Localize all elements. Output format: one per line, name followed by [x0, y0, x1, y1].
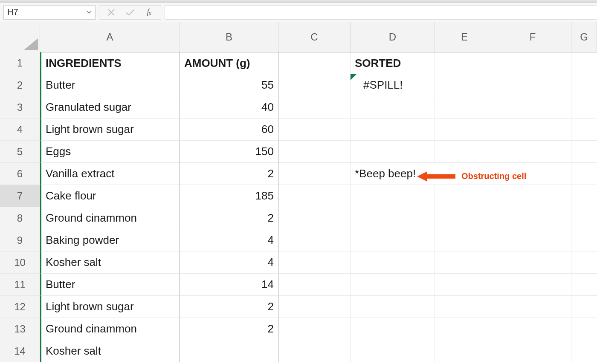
cell-D14[interactable]: [351, 340, 435, 362]
cell-G4[interactable]: [571, 118, 597, 141]
cell-A11[interactable]: Butter: [40, 274, 180, 296]
cell-B8[interactable]: 2: [180, 207, 278, 229]
column-header-D[interactable]: D: [351, 22, 435, 52]
cell-E3[interactable]: [435, 96, 494, 118]
insert-function-icon[interactable]: fx: [139, 8, 158, 17]
cell-A7[interactable]: Cake flour: [40, 185, 180, 207]
cell-A9[interactable]: Baking powder: [40, 229, 180, 251]
cell-C7[interactable]: [278, 185, 351, 207]
cell-G2[interactable]: [571, 74, 597, 96]
cells-area[interactable]: INGREDIENTS AMOUNT (g) SORTED Butter 55 …: [40, 52, 597, 364]
cell-C4[interactable]: [278, 118, 351, 141]
cell-B5[interactable]: 150: [180, 141, 278, 163]
cell-G8[interactable]: [571, 207, 597, 229]
cell-F9[interactable]: [494, 229, 571, 251]
cell-D13[interactable]: [351, 318, 435, 340]
cell-G14[interactable]: [571, 340, 597, 362]
cell-F13[interactable]: [494, 318, 571, 340]
cell-B1[interactable]: AMOUNT (g): [180, 52, 278, 74]
cell-F7[interactable]: [494, 185, 571, 207]
cell-D2[interactable]: #SPILL!: [351, 74, 435, 96]
cell-D6[interactable]: *Beep beep!: [351, 163, 435, 185]
cell-F14[interactable]: [494, 340, 571, 362]
cell-D1[interactable]: SORTED: [351, 52, 435, 74]
cell-E4[interactable]: [435, 118, 494, 141]
cell-G7[interactable]: [571, 185, 597, 207]
column-header-F[interactable]: F: [494, 22, 571, 52]
cell-G5[interactable]: [571, 141, 597, 163]
select-all-corner[interactable]: [0, 22, 40, 52]
cell-F10[interactable]: [494, 251, 571, 274]
cell-B9[interactable]: 4: [180, 229, 278, 251]
cell-E10[interactable]: [435, 251, 494, 274]
cell-C3[interactable]: [278, 96, 351, 118]
cell-D3[interactable]: [351, 96, 435, 118]
row-header-6[interactable]: 6: [0, 163, 40, 185]
cell-D4[interactable]: [351, 118, 435, 141]
cell-B2[interactable]: 55: [180, 74, 278, 96]
cell-C6[interactable]: [278, 163, 351, 185]
cell-A14[interactable]: Kosher salt: [40, 340, 180, 362]
cell-G13[interactable]: [571, 318, 597, 340]
cell-A6[interactable]: Vanilla extract: [40, 163, 180, 185]
cell-E14[interactable]: [435, 340, 494, 362]
cell-F6[interactable]: [494, 163, 571, 185]
name-box[interactable]: H7: [3, 5, 96, 20]
cell-E1[interactable]: [435, 52, 494, 74]
cell-B4[interactable]: 60: [180, 118, 278, 141]
cell-F4[interactable]: [494, 118, 571, 141]
cell-B12[interactable]: 2: [180, 296, 278, 318]
row-header-8[interactable]: 8: [0, 207, 40, 229]
cell-D10[interactable]: [351, 251, 435, 274]
cell-B10[interactable]: 4: [180, 251, 278, 274]
row-header-4[interactable]: 4: [0, 118, 40, 141]
cell-A3[interactable]: Granulated sugar: [40, 96, 180, 118]
row-header-11[interactable]: 11: [0, 274, 40, 296]
row-header-14[interactable]: 14: [0, 340, 40, 362]
row-header-9[interactable]: 9: [0, 229, 40, 251]
cell-A13[interactable]: Ground cinammon: [40, 318, 180, 340]
column-header-A[interactable]: A: [40, 22, 180, 52]
cell-D5[interactable]: [351, 141, 435, 163]
cell-B3[interactable]: 40: [180, 96, 278, 118]
cell-G1[interactable]: [571, 52, 597, 74]
chevron-down-icon[interactable]: [87, 10, 92, 15]
cell-G10[interactable]: [571, 251, 597, 274]
spreadsheet-grid[interactable]: A B C D E F G 1 2 3 4 5 6 7 8 9 10 11 12…: [0, 22, 597, 364]
cell-C8[interactable]: [278, 207, 351, 229]
cell-E13[interactable]: [435, 318, 494, 340]
cell-C13[interactable]: [278, 318, 351, 340]
cell-A2[interactable]: Butter: [40, 74, 180, 96]
cell-D8[interactable]: [351, 207, 435, 229]
cell-D12[interactable]: [351, 296, 435, 318]
formula-input[interactable]: [165, 6, 597, 19]
cell-E8[interactable]: [435, 207, 494, 229]
cell-F5[interactable]: [494, 141, 571, 163]
row-header-2[interactable]: 2: [0, 74, 40, 96]
cell-A10[interactable]: Kosher salt: [40, 251, 180, 274]
cell-F11[interactable]: [494, 274, 571, 296]
cell-C2[interactable]: [278, 74, 351, 96]
cell-G11[interactable]: [571, 274, 597, 296]
column-header-C[interactable]: C: [278, 22, 351, 52]
cell-B11[interactable]: 14: [180, 274, 278, 296]
cell-E2[interactable]: [435, 74, 494, 96]
cell-F2[interactable]: [494, 74, 571, 96]
cell-E5[interactable]: [435, 141, 494, 163]
cell-F1[interactable]: [494, 52, 571, 74]
cell-A4[interactable]: Light brown sugar: [40, 118, 180, 141]
cell-G9[interactable]: [571, 229, 597, 251]
cell-A8[interactable]: Ground cinammon: [40, 207, 180, 229]
cell-E12[interactable]: [435, 296, 494, 318]
column-header-B[interactable]: B: [180, 22, 278, 52]
row-header-5[interactable]: 5: [0, 141, 40, 163]
cell-C14[interactable]: [278, 340, 351, 362]
row-header-1[interactable]: 1: [0, 52, 40, 74]
cell-D7[interactable]: [351, 185, 435, 207]
column-header-E[interactable]: E: [435, 22, 494, 52]
row-header-3[interactable]: 3: [0, 96, 40, 118]
cell-B7[interactable]: 185: [180, 185, 278, 207]
cell-E6[interactable]: [435, 163, 494, 185]
cell-G6[interactable]: [571, 163, 597, 185]
row-header-7[interactable]: 7: [0, 185, 40, 207]
